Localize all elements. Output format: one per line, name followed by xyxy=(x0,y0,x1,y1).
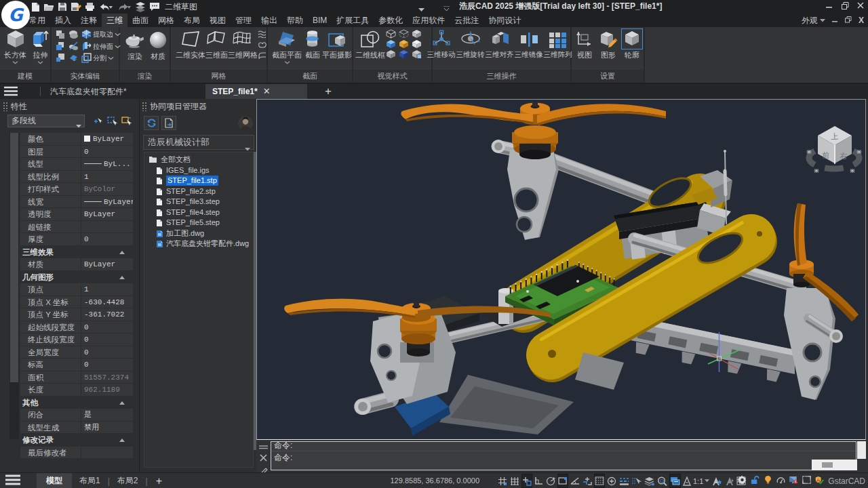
command-vertical-scrollbar[interactable] xyxy=(857,441,866,459)
property-value[interactable]: ByLayer xyxy=(81,258,133,270)
property-row[interactable]: 全局宽度 0 xyxy=(20,346,133,359)
edge-mesh-icon[interactable] xyxy=(258,41,267,51)
property-row[interactable]: 长度 962.1189 xyxy=(20,384,133,396)
settings-gear-icon[interactable] xyxy=(738,475,747,487)
separate-button[interactable]: 分割 xyxy=(81,53,114,63)
file-tree-item[interactable]: STEP_file4.step xyxy=(144,207,253,218)
window-close-button[interactable] xyxy=(856,1,865,10)
property-value[interactable]: 1 xyxy=(81,283,133,296)
file-tree-item[interactable]: 加工图.dwg xyxy=(144,228,253,239)
zoom-tool-icon[interactable]: Q xyxy=(657,474,667,487)
property-row[interactable]: 最后修改者 xyxy=(20,447,133,460)
doc-tab-assembly[interactable]: 汽车底盘夹钳零配件* xyxy=(43,84,134,99)
file-tree-item[interactable]: STEP_file2.stp xyxy=(144,186,253,197)
align-3d-button[interactable]: 三维对齐 xyxy=(485,28,514,60)
collaboration-panel-header[interactable]: 协同项目管理器 xyxy=(142,99,207,114)
file-tree-item[interactable]: IGES_file.igs xyxy=(144,165,253,176)
command-line-input[interactable]: 命令: xyxy=(271,451,856,464)
polar-tracking-icon[interactable] xyxy=(546,474,555,487)
chevron-down-icon[interactable] xyxy=(12,61,18,64)
view-settings-button[interactable]: 视图 xyxy=(573,28,596,60)
ribbon-tab-qumian[interactable]: 曲面 xyxy=(127,14,153,27)
property-value[interactable]: 0 xyxy=(81,333,133,346)
property-row[interactable]: 线型生成 禁用 xyxy=(20,422,133,434)
print-icon[interactable] xyxy=(85,2,95,12)
mesh-3d-button[interactable]: 三维网格 xyxy=(228,28,256,60)
property-row[interactable]: 起始线段宽度 0 xyxy=(20,321,133,334)
ribbon-tab-sanwei[interactable]: 三维 xyxy=(102,14,127,27)
doc-restore-button[interactable] xyxy=(845,16,852,25)
doc-menu-icon[interactable] xyxy=(4,86,18,98)
property-row[interactable]: 透明度 ByLayer xyxy=(20,208,133,221)
workspace-switch-icon[interactable] xyxy=(135,2,146,12)
property-row[interactable]: 面积 51557.2374 xyxy=(20,371,133,384)
property-value[interactable]: ByLayer xyxy=(81,133,133,145)
property-row[interactable]: 顶点 X 坐标 -630.4428 xyxy=(20,296,133,309)
property-row[interactable]: 打印样式 ByColor xyxy=(20,183,133,196)
property-row[interactable]: 顶点 1 xyxy=(20,283,133,296)
sync-project-button[interactable] xyxy=(144,116,159,130)
ribbon-tab-kuozhan[interactable]: 扩展工具 xyxy=(332,14,374,27)
fullscreen-toggle-icon[interactable] xyxy=(802,475,811,487)
drone-model[interactable] xyxy=(284,102,859,436)
drawing-viewport[interactable]: 上 前 右 xyxy=(256,99,866,440)
property-section-header[interactable]: 修改记录 xyxy=(20,434,133,447)
move-3d-button[interactable]: 三维移动 xyxy=(427,28,456,60)
workspace-selector[interactable]: 二维草图 xyxy=(165,1,197,13)
news-alert-icon[interactable] xyxy=(789,475,798,487)
property-value[interactable]: ByL... xyxy=(81,158,133,170)
object-type-selector[interactable]: 多段线 xyxy=(7,115,85,127)
window-minimize-button[interactable] xyxy=(825,1,834,10)
organization-selector[interactable]: 浩辰机械设计部 xyxy=(143,135,254,150)
property-section-header[interactable]: 三维效果 xyxy=(20,246,133,259)
ribbon-tab-zhushi[interactable]: 注释 xyxy=(76,14,102,27)
vs-shades-icon[interactable] xyxy=(386,49,396,61)
properties-scrollbar[interactable] xyxy=(9,133,19,439)
performance-gauge-icon[interactable] xyxy=(776,475,785,487)
shell-icon[interactable] xyxy=(68,53,79,64)
property-value[interactable]: -361.7022 xyxy=(81,308,133,321)
toolbar-overflow-arrow[interactable] xyxy=(443,4,450,14)
property-value[interactable]: 是 xyxy=(81,409,133,421)
property-value[interactable]: 0 xyxy=(81,146,133,158)
angle-snap-icon[interactable] xyxy=(570,474,580,487)
viewcube-right-face[interactable]: 右 xyxy=(840,152,848,160)
section-plane-button[interactable]: 截面平面 xyxy=(271,28,303,64)
extrude-button[interactable]: 拉伸 xyxy=(30,28,51,64)
ruled-mesh-icon[interactable] xyxy=(258,52,267,62)
property-value[interactable]: 1 xyxy=(81,171,133,183)
ribbon-tab-guanli[interactable]: 管理 xyxy=(231,14,256,27)
file-tree-item[interactable]: STEP_file3.step xyxy=(144,197,253,207)
property-value[interactable]: 0 xyxy=(81,233,133,245)
grid-display-icon[interactable] xyxy=(498,474,507,487)
ribbon-tab-bim[interactable]: BIM xyxy=(308,14,332,27)
render-button[interactable]: 渲染 xyxy=(125,28,145,62)
ribbon-tab-yunpizhu[interactable]: 云批注 xyxy=(450,14,484,27)
mirror-3d-button[interactable]: 三维镜像 xyxy=(514,28,543,60)
interface-lock-icon[interactable] xyxy=(751,475,760,487)
face-3d-button[interactable]: 三维面 xyxy=(205,28,227,60)
collapse-arrow-icon[interactable] xyxy=(119,251,125,254)
property-section-header[interactable]: 其他 xyxy=(20,396,133,409)
annotation-scale-button[interactable]: 1:1 xyxy=(683,474,709,487)
viewcube-front-face[interactable]: 前 xyxy=(822,151,830,159)
vs-custom-icon[interactable] xyxy=(412,49,422,61)
section-button[interactable]: 截面 xyxy=(304,28,321,60)
file-tree-item[interactable]: STEP_file5.step xyxy=(144,218,253,228)
grid-snap-icon[interactable] xyxy=(510,474,519,487)
command-grip-icon[interactable] xyxy=(259,442,268,451)
collapse-arrow-icon[interactable] xyxy=(119,401,125,405)
material-button[interactable]: 材质 xyxy=(148,28,168,62)
command-scrollbar-thumb[interactable] xyxy=(822,462,833,468)
chevron-down-icon[interactable] xyxy=(284,61,290,64)
new-file-icon[interactable] xyxy=(31,2,40,12)
file-tree-item[interactable]: STEP_file1.stp xyxy=(144,176,253,186)
command-history[interactable]: 命令: 命令: 命令: xyxy=(271,441,856,470)
window-restore-button[interactable] xyxy=(840,1,850,10)
property-value[interactable] xyxy=(81,221,133,233)
vs-xray-icon[interactable] xyxy=(399,49,409,61)
save-as-icon[interactable] xyxy=(71,2,81,12)
property-row[interactable]: 颜色 ByLayer xyxy=(20,133,133,146)
slice-icon[interactable] xyxy=(68,41,79,53)
rotate-3d-button[interactable]: 三维旋转 xyxy=(456,28,485,60)
